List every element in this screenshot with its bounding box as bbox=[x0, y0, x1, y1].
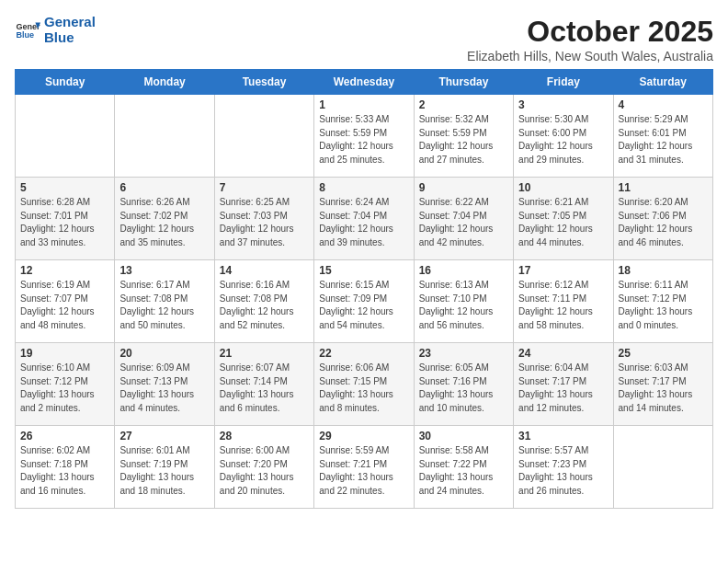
day-number: 12 bbox=[20, 264, 109, 277]
title-block: October 2025 Elizabeth Hills, New South … bbox=[467, 15, 713, 63]
calendar-body: 1Sunrise: 5:33 AM Sunset: 5:59 PM Daylig… bbox=[16, 95, 713, 509]
cell-detail: Sunrise: 6:28 AM Sunset: 7:01 PM Dayligh… bbox=[20, 196, 109, 249]
day-number: 29 bbox=[319, 430, 408, 442]
calendar-cell: 18Sunrise: 6:11 AM Sunset: 7:12 PM Dayli… bbox=[613, 260, 712, 343]
cell-detail: Sunrise: 6:19 AM Sunset: 7:07 PM Dayligh… bbox=[20, 279, 109, 332]
cell-detail: Sunrise: 6:11 AM Sunset: 7:12 PM Dayligh… bbox=[619, 279, 708, 332]
cell-detail: Sunrise: 5:58 AM Sunset: 7:22 PM Dayligh… bbox=[419, 444, 508, 498]
calendar-cell: 13Sunrise: 6:17 AM Sunset: 7:08 PM Dayli… bbox=[115, 260, 214, 343]
weekday-header-thursday: Thursday bbox=[414, 70, 513, 95]
calendar-cell: 19Sunrise: 6:10 AM Sunset: 7:12 PM Dayli… bbox=[16, 343, 115, 426]
cell-detail: Sunrise: 6:20 AM Sunset: 7:06 PM Dayligh… bbox=[619, 196, 708, 249]
cell-detail: Sunrise: 6:00 AM Sunset: 7:20 PM Dayligh… bbox=[220, 444, 309, 498]
day-number: 1 bbox=[319, 98, 408, 111]
logo-icon: General Blue bbox=[15, 17, 40, 43]
day-number: 8 bbox=[319, 181, 408, 194]
logo-text: General Blue bbox=[44, 15, 96, 45]
day-number: 3 bbox=[518, 98, 608, 111]
day-number: 25 bbox=[619, 347, 708, 360]
cell-detail: Sunrise: 6:24 AM Sunset: 7:04 PM Dayligh… bbox=[319, 196, 408, 249]
calendar-cell: 31Sunrise: 5:57 AM Sunset: 7:23 PM Dayli… bbox=[514, 426, 613, 509]
svg-text:Blue: Blue bbox=[16, 30, 34, 40]
cell-detail: Sunrise: 6:02 AM Sunset: 7:18 PM Dayligh… bbox=[20, 444, 109, 498]
day-number: 21 bbox=[220, 347, 309, 360]
cell-detail: Sunrise: 5:33 AM Sunset: 5:59 PM Dayligh… bbox=[319, 113, 408, 167]
calendar-cell bbox=[613, 426, 712, 509]
calendar-cell: 26Sunrise: 6:02 AM Sunset: 7:18 PM Dayli… bbox=[16, 426, 115, 509]
day-number: 19 bbox=[20, 347, 109, 360]
calendar-week-4: 19Sunrise: 6:10 AM Sunset: 7:12 PM Dayli… bbox=[16, 343, 713, 426]
day-number: 4 bbox=[619, 98, 708, 111]
cell-detail: Sunrise: 6:03 AM Sunset: 7:17 PM Dayligh… bbox=[619, 362, 708, 415]
calendar-cell: 5Sunrise: 6:28 AM Sunset: 7:01 PM Daylig… bbox=[16, 178, 115, 260]
calendar-cell: 25Sunrise: 6:03 AM Sunset: 7:17 PM Dayli… bbox=[613, 343, 712, 426]
calendar-cell: 21Sunrise: 6:07 AM Sunset: 7:14 PM Dayli… bbox=[214, 343, 313, 426]
day-number: 15 bbox=[319, 264, 408, 277]
day-number: 16 bbox=[419, 264, 508, 277]
cell-detail: Sunrise: 6:13 AM Sunset: 7:10 PM Dayligh… bbox=[419, 279, 508, 332]
weekday-header-tuesday: Tuesday bbox=[214, 70, 313, 95]
day-number: 31 bbox=[518, 430, 608, 442]
calendar-cell: 29Sunrise: 5:59 AM Sunset: 7:21 PM Dayli… bbox=[314, 426, 414, 509]
cell-detail: Sunrise: 6:16 AM Sunset: 7:08 PM Dayligh… bbox=[220, 279, 309, 332]
cell-detail: Sunrise: 5:30 AM Sunset: 6:00 PM Dayligh… bbox=[518, 113, 608, 167]
day-number: 11 bbox=[619, 181, 708, 194]
cell-detail: Sunrise: 6:26 AM Sunset: 7:02 PM Dayligh… bbox=[119, 196, 209, 249]
day-number: 13 bbox=[119, 264, 209, 277]
cell-detail: Sunrise: 6:15 AM Sunset: 7:09 PM Dayligh… bbox=[319, 279, 408, 332]
cell-detail: Sunrise: 6:17 AM Sunset: 7:08 PM Dayligh… bbox=[119, 279, 209, 332]
calendar-cell: 11Sunrise: 6:20 AM Sunset: 7:06 PM Dayli… bbox=[613, 178, 712, 260]
day-number: 9 bbox=[419, 181, 508, 194]
cell-detail: Sunrise: 5:57 AM Sunset: 7:23 PM Dayligh… bbox=[518, 444, 608, 498]
logo: General Blue General Blue bbox=[15, 15, 96, 45]
calendar-cell bbox=[16, 95, 115, 178]
day-number: 6 bbox=[119, 181, 209, 194]
calendar-cell: 9Sunrise: 6:22 AM Sunset: 7:04 PM Daylig… bbox=[414, 178, 513, 260]
day-number: 20 bbox=[119, 347, 209, 360]
day-number: 5 bbox=[20, 181, 109, 194]
calendar-week-1: 1Sunrise: 5:33 AM Sunset: 5:59 PM Daylig… bbox=[16, 95, 713, 178]
calendar-cell: 28Sunrise: 6:00 AM Sunset: 7:20 PM Dayli… bbox=[214, 426, 313, 509]
location-subtitle: Elizabeth Hills, New South Wales, Austra… bbox=[467, 49, 713, 63]
day-number: 17 bbox=[518, 264, 608, 277]
cell-detail: Sunrise: 6:22 AM Sunset: 7:04 PM Dayligh… bbox=[419, 196, 508, 249]
cell-detail: Sunrise: 6:04 AM Sunset: 7:17 PM Dayligh… bbox=[518, 362, 608, 415]
day-number: 2 bbox=[419, 98, 508, 111]
calendar-cell: 24Sunrise: 6:04 AM Sunset: 7:17 PM Dayli… bbox=[514, 343, 613, 426]
weekday-header-wednesday: Wednesday bbox=[314, 70, 414, 95]
cell-detail: Sunrise: 6:12 AM Sunset: 7:11 PM Dayligh… bbox=[518, 279, 608, 332]
calendar-cell: 4Sunrise: 5:29 AM Sunset: 6:01 PM Daylig… bbox=[613, 95, 712, 178]
calendar-week-3: 12Sunrise: 6:19 AM Sunset: 7:07 PM Dayli… bbox=[16, 260, 713, 343]
day-number: 22 bbox=[319, 347, 408, 360]
weekday-header-sunday: Sunday bbox=[16, 70, 115, 95]
day-number: 10 bbox=[518, 181, 608, 194]
weekday-header-row: SundayMondayTuesdayWednesdayThursdayFrid… bbox=[16, 70, 713, 95]
calendar-cell: 14Sunrise: 6:16 AM Sunset: 7:08 PM Dayli… bbox=[214, 260, 313, 343]
calendar-cell bbox=[115, 95, 214, 178]
weekday-header-saturday: Saturday bbox=[613, 70, 712, 95]
calendar-cell: 27Sunrise: 6:01 AM Sunset: 7:19 PM Dayli… bbox=[115, 426, 214, 509]
day-number: 23 bbox=[419, 347, 508, 360]
calendar-cell bbox=[214, 95, 313, 178]
cell-detail: Sunrise: 6:06 AM Sunset: 7:15 PM Dayligh… bbox=[319, 362, 408, 415]
cell-detail: Sunrise: 6:21 AM Sunset: 7:05 PM Dayligh… bbox=[518, 196, 608, 249]
calendar-cell: 23Sunrise: 6:05 AM Sunset: 7:16 PM Dayli… bbox=[414, 343, 513, 426]
calendar-cell: 6Sunrise: 6:26 AM Sunset: 7:02 PM Daylig… bbox=[115, 178, 214, 260]
calendar-cell: 8Sunrise: 6:24 AM Sunset: 7:04 PM Daylig… bbox=[314, 178, 414, 260]
weekday-header-friday: Friday bbox=[514, 70, 613, 95]
cell-detail: Sunrise: 6:25 AM Sunset: 7:03 PM Dayligh… bbox=[220, 196, 309, 249]
cell-detail: Sunrise: 6:07 AM Sunset: 7:14 PM Dayligh… bbox=[220, 362, 309, 415]
month-title: October 2025 bbox=[467, 15, 713, 49]
calendar-cell: 30Sunrise: 5:58 AM Sunset: 7:22 PM Dayli… bbox=[414, 426, 513, 509]
calendar-cell: 12Sunrise: 6:19 AM Sunset: 7:07 PM Dayli… bbox=[16, 260, 115, 343]
cell-detail: Sunrise: 6:09 AM Sunset: 7:13 PM Dayligh… bbox=[119, 362, 209, 415]
day-number: 18 bbox=[619, 264, 708, 277]
day-number: 26 bbox=[20, 430, 109, 442]
cell-detail: Sunrise: 5:59 AM Sunset: 7:21 PM Dayligh… bbox=[319, 444, 408, 498]
calendar-cell: 20Sunrise: 6:09 AM Sunset: 7:13 PM Dayli… bbox=[115, 343, 214, 426]
calendar-week-5: 26Sunrise: 6:02 AM Sunset: 7:18 PM Dayli… bbox=[16, 426, 713, 509]
calendar-cell: 2Sunrise: 5:32 AM Sunset: 5:59 PM Daylig… bbox=[414, 95, 513, 178]
day-number: 30 bbox=[419, 430, 508, 442]
cell-detail: Sunrise: 5:32 AM Sunset: 5:59 PM Dayligh… bbox=[419, 113, 508, 167]
calendar-week-2: 5Sunrise: 6:28 AM Sunset: 7:01 PM Daylig… bbox=[16, 178, 713, 260]
